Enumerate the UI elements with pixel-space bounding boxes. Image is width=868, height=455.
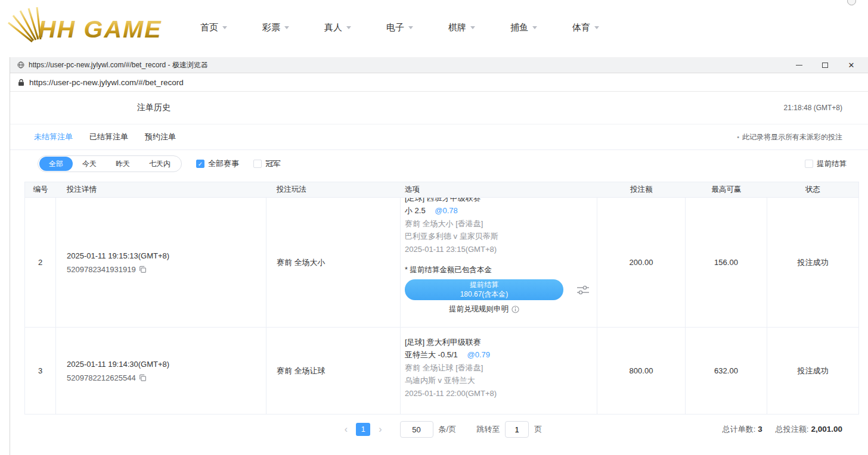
info-icon bbox=[512, 306, 519, 313]
selection: 小 2.5 bbox=[405, 206, 426, 215]
site-header: HH GAME 首页 彩票 真人 电子 棋牌 捕鱼 体育 bbox=[0, 0, 868, 55]
chevron-down-icon bbox=[470, 26, 475, 29]
nav-item-slots[interactable]: 电子 bbox=[386, 22, 448, 33]
cashout-button[interactable]: 提前结算 180.67(含本金) bbox=[405, 279, 563, 300]
tab-settled[interactable]: 已结算注单 bbox=[89, 132, 128, 142]
pager: ‹ 1 › 条/页 跳转至 页 bbox=[341, 421, 542, 438]
odds-value: @0.78 bbox=[435, 206, 458, 215]
all-events-checkbox[interactable]: ✓ 全部赛事 bbox=[196, 158, 239, 169]
nav-item-lottery[interactable]: 彩票 bbox=[262, 22, 324, 33]
selection-line: 小 2.5 @0.78 bbox=[405, 204, 593, 217]
table-row: 2 2025-01-11 19:15:13(GMT+8) 52097823419… bbox=[25, 198, 858, 328]
chevron-down-icon bbox=[346, 26, 351, 29]
corner-avatar-icon[interactable] bbox=[847, 0, 856, 5]
nav-label: 体育 bbox=[572, 22, 590, 33]
checkbox-checked-icon: ✓ bbox=[196, 160, 204, 168]
nav-item-home[interactable]: 首页 bbox=[200, 22, 262, 33]
cell-maxwin: 156.00 bbox=[686, 198, 767, 327]
league-name: [足球] 意大利甲级联赛 bbox=[405, 336, 593, 349]
header-details: 投注详情 bbox=[56, 182, 266, 197]
table-header: 编号 投注详情 投注玩法 选项 投注额 最高可赢 状态 bbox=[25, 182, 858, 198]
bet-time: 2025-01-11 19:15:13(GMT+8) bbox=[67, 251, 266, 260]
tab-reserved[interactable]: 预约注单 bbox=[145, 132, 176, 142]
pill-7days[interactable]: 七天内 bbox=[140, 157, 180, 171]
close-icon: ✕ bbox=[848, 61, 855, 69]
close-button[interactable]: ✕ bbox=[845, 59, 857, 71]
cell-details: 2025-01-11 19:14:30(GMT+8) 5209782212625… bbox=[56, 328, 266, 414]
tab-unsettled[interactable]: 未结算注单 bbox=[34, 132, 73, 142]
copy-icon[interactable] bbox=[139, 374, 147, 382]
market-type: 赛前 全场大小 [香港盘] bbox=[405, 217, 593, 230]
header-amount: 投注额 bbox=[597, 182, 686, 197]
nav-label: 捕鱼 bbox=[510, 22, 528, 33]
header-option: 选项 bbox=[401, 182, 597, 197]
page-number-button[interactable]: 1 bbox=[356, 423, 370, 436]
page-size-input[interactable] bbox=[400, 421, 433, 438]
copy-icon[interactable] bbox=[139, 266, 147, 273]
address-bar[interactable]: https://user-pc-new.jylywl.com/#/bet_rec… bbox=[10, 73, 868, 92]
cell-play: 赛前 全场让球 bbox=[266, 328, 401, 414]
nav-label: 真人 bbox=[324, 22, 342, 33]
match-time: 2025-01-11 22:00(GMT+8) bbox=[405, 387, 593, 400]
header-status: 状态 bbox=[767, 182, 858, 197]
bet-id: 5209782341931919 bbox=[67, 265, 136, 274]
chevron-down-icon bbox=[222, 26, 227, 29]
server-clock: 21:18:48 (GMT+8) bbox=[784, 104, 842, 112]
cashout-button-amount: 180.67(含本金) bbox=[460, 290, 509, 300]
chevron-down-icon bbox=[532, 26, 537, 29]
champion-checkbox[interactable]: 冠军 bbox=[253, 158, 281, 169]
date-range-pills: 全部 今天 昨天 七天内 bbox=[38, 155, 182, 172]
nav-label: 彩票 bbox=[262, 22, 280, 33]
tabs-row: 未结算注单 已结算注单 预约注单 • 此记录将显示所有未派彩的投注 bbox=[10, 124, 868, 150]
pill-all[interactable]: 全部 bbox=[39, 157, 73, 171]
filter-row: 全部 今天 昨天 七天内 ✓ 全部赛事 冠军 提前结算 bbox=[10, 150, 868, 177]
cashout-rules-link[interactable]: 提前兑现规则申明 bbox=[405, 304, 563, 314]
all-events-label: 全部赛事 bbox=[208, 158, 239, 169]
tabs-note: • 此记录将显示所有未派彩的投注 bbox=[737, 132, 842, 142]
browser-window: https://user-pc-new.jylywl.com/#/bet_rec… bbox=[10, 57, 868, 455]
early-settle-checkbox[interactable]: 提前结算 bbox=[805, 159, 847, 169]
minimize-button[interactable] bbox=[793, 59, 805, 71]
nav-label: 首页 bbox=[200, 22, 218, 33]
totals: 总计单数:3 总投注额:2,001.00 bbox=[723, 424, 842, 435]
site-logo[interactable]: HH GAME bbox=[6, 7, 179, 48]
header-play: 投注玩法 bbox=[266, 182, 401, 197]
jump-suffix-label: 页 bbox=[534, 424, 542, 435]
pagination-bar: ‹ 1 › 条/页 跳转至 页 总计单数:3 总投注额:2,001.00 bbox=[24, 416, 858, 443]
header-no: 编号 bbox=[25, 182, 56, 197]
cell-amount: 200.00 bbox=[597, 198, 686, 327]
nav-item-sports[interactable]: 体育 bbox=[572, 22, 634, 33]
cell-amount: 800.00 bbox=[597, 328, 686, 414]
cell-status: 投注成功 bbox=[767, 328, 858, 414]
total-amount: 总投注额:2,001.00 bbox=[776, 424, 842, 435]
nav-label: 电子 bbox=[386, 22, 404, 33]
bet-time: 2025-01-11 19:14:30(GMT+8) bbox=[67, 360, 266, 369]
cashout-row: 提前结算 180.67(含本金) bbox=[405, 279, 593, 300]
nav-item-cards[interactable]: 棋牌 bbox=[448, 22, 510, 33]
pill-today[interactable]: 今天 bbox=[73, 157, 106, 171]
window-controls: ✕ bbox=[793, 59, 863, 71]
browser-titlebar[interactable]: https://user-pc-new.jylywl.com/#/bet_rec… bbox=[10, 57, 868, 73]
cell-details: 2025-01-11 19:15:13(GMT+8) 5209782341931… bbox=[56, 198, 266, 327]
jump-page-input[interactable] bbox=[505, 421, 529, 438]
cell-no: 3 bbox=[25, 328, 56, 414]
cashout-note: * 提前结算金额已包含本金 bbox=[405, 264, 593, 276]
cashout-slider-icon[interactable] bbox=[576, 285, 590, 295]
early-settle-label: 提前结算 bbox=[817, 159, 847, 169]
pill-yesterday[interactable]: 昨天 bbox=[106, 157, 140, 171]
chevron-down-icon bbox=[284, 26, 289, 29]
next-page-icon[interactable]: › bbox=[375, 425, 385, 434]
cell-no: 2 bbox=[25, 198, 56, 327]
chevron-down-icon bbox=[408, 26, 413, 29]
address-url: https://user-pc-new.jylywl.com/#/bet_rec… bbox=[29, 78, 184, 87]
checkbox-unchecked-icon bbox=[805, 160, 813, 168]
maximize-button[interactable] bbox=[819, 59, 831, 71]
page-title: 注单历史 bbox=[137, 102, 170, 113]
nav-item-live[interactable]: 真人 bbox=[324, 22, 386, 33]
prev-page-icon[interactable]: ‹ bbox=[341, 425, 351, 434]
nav-item-fishing[interactable]: 捕鱼 bbox=[510, 22, 572, 33]
maximize-icon bbox=[822, 63, 828, 68]
nav-label: 棋牌 bbox=[448, 22, 466, 33]
minimize-icon bbox=[796, 65, 802, 66]
cell-option: [足球] 意大利甲级联赛 亚特兰大 -0.5/1 @0.79 赛前 全场让球 [… bbox=[401, 328, 597, 414]
